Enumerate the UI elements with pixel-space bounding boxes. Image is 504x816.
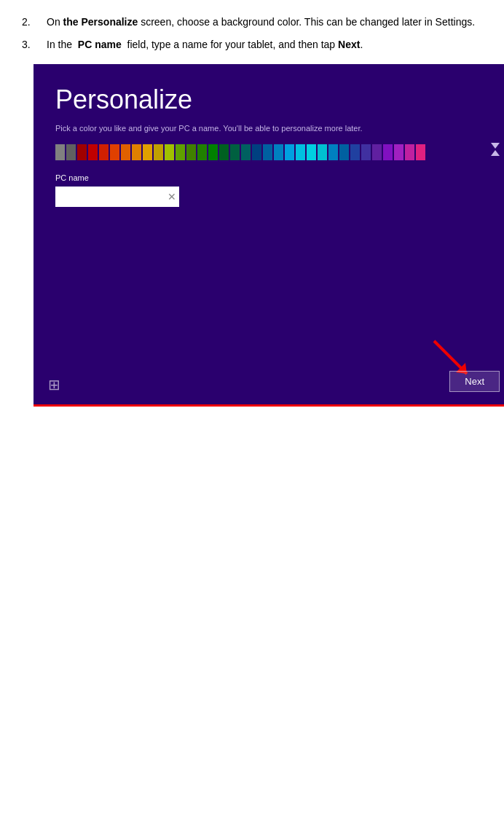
scroll-up-arrow <box>491 150 500 156</box>
color-swatch[interactable] <box>328 144 338 160</box>
color-swatch[interactable] <box>208 144 218 160</box>
step-text: In the PC name field, type a name for yo… <box>47 37 482 52</box>
pc-name-input-wrapper: ✕ <box>55 187 179 207</box>
color-swatch[interactable] <box>416 144 425 160</box>
step-2: 2. On the Personalize screen, choose a b… <box>22 15 482 30</box>
color-swatch[interactable] <box>110 144 119 160</box>
color-swatch[interactable] <box>318 144 327 160</box>
color-swatch[interactable] <box>143 144 152 160</box>
clear-input-icon[interactable]: ✕ <box>168 191 176 203</box>
pc-name-section: PC name ✕ <box>34 160 504 207</box>
color-swatch[interactable] <box>165 144 174 160</box>
color-swatch[interactable] <box>99 144 109 160</box>
color-swatch[interactable] <box>77 144 87 160</box>
pc-name-input[interactable] <box>55 187 179 207</box>
win8-personalize-screen: Personalize Pick a color you like and gi… <box>34 64 504 407</box>
scroll-down-arrow <box>491 143 500 149</box>
windows-logo-icon: ⊞ <box>48 376 60 393</box>
color-swatch[interactable] <box>197 144 207 160</box>
next-button[interactable]: Next <box>449 371 500 392</box>
step-text: On the Personalize screen, choose a back… <box>47 15 482 30</box>
color-swatch[interactable] <box>394 144 403 160</box>
bottom-accent-line <box>34 404 504 407</box>
step-number: 2. <box>22 15 39 30</box>
color-swatch[interactable] <box>274 144 283 160</box>
color-picker[interactable] <box>55 144 492 160</box>
color-scroll-arrows <box>491 143 500 156</box>
color-swatch[interactable] <box>263 144 272 160</box>
color-swatch[interactable] <box>405 144 414 160</box>
svg-line-0 <box>434 341 467 374</box>
color-swatch[interactable] <box>252 144 261 160</box>
color-swatch[interactable] <box>154 144 163 160</box>
screen-title: Personalize <box>34 64 504 115</box>
color-swatch[interactable] <box>121 144 130 160</box>
color-swatch[interactable] <box>361 144 371 160</box>
color-swatch[interactable] <box>383 144 393 160</box>
screen-subtitle: Pick a color you like and give your PC a… <box>34 115 504 133</box>
step-number: 3. <box>22 37 39 52</box>
color-swatch[interactable] <box>241 144 251 160</box>
color-swatch[interactable] <box>132 144 141 160</box>
color-swatch[interactable] <box>307 144 316 160</box>
color-swatch[interactable] <box>186 144 196 160</box>
color-swatch[interactable] <box>339 144 349 160</box>
instruction-steps: 2. On the Personalize screen, choose a b… <box>22 15 482 52</box>
color-swatch[interactable] <box>372 144 382 160</box>
color-swatch[interactable] <box>66 144 76 160</box>
color-strip[interactable] <box>55 144 427 160</box>
color-swatch[interactable] <box>350 144 360 160</box>
document-content: 2. On the Personalize screen, choose a b… <box>0 0 504 407</box>
color-swatch[interactable] <box>176 144 185 160</box>
bold-personalize: the Personalize <box>63 16 138 28</box>
color-swatch[interactable] <box>88 144 98 160</box>
bold-next: Next <box>338 39 360 50</box>
bold-pc-name: PC name <box>78 39 122 50</box>
color-swatch[interactable] <box>230 144 240 160</box>
color-swatch[interactable] <box>219 144 229 160</box>
pc-name-label: PC name <box>55 173 492 182</box>
color-swatch[interactable] <box>55 144 65 160</box>
color-swatch[interactable] <box>285 144 294 160</box>
color-swatch[interactable] <box>296 144 305 160</box>
step-3: 3. In the PC name field, type a name for… <box>22 37 482 52</box>
